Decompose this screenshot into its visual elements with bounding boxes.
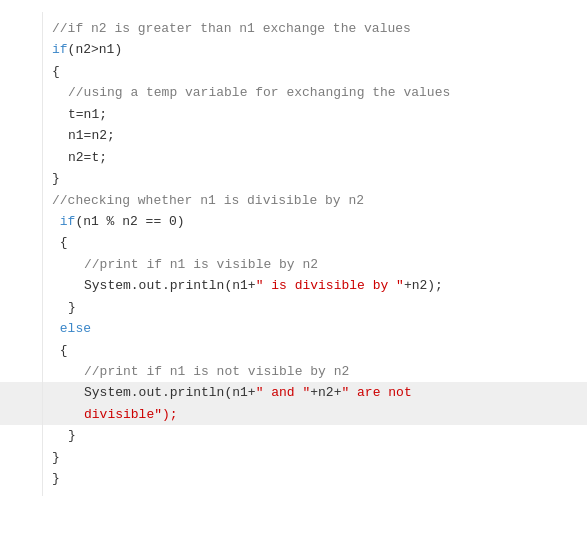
- code-line: }: [52, 447, 575, 468]
- code-line: {: [52, 61, 575, 82]
- code-line: //using a temp variable for exchanging t…: [52, 82, 575, 103]
- code-lines: //if n2 is greater than n1 exchange the …: [52, 18, 575, 490]
- code-line: n1=n2;: [52, 125, 575, 146]
- code-line: {: [52, 340, 575, 361]
- code-line: }: [52, 425, 575, 446]
- code-line: System.out.println(n1+" and "+n2+" are n…: [0, 382, 587, 403]
- code-line: divisible");: [0, 404, 587, 425]
- code-editor: //if n2 is greater than n1 exchange the …: [0, 0, 587, 544]
- code-line: if(n1 % n2 == 0): [52, 211, 575, 232]
- code-line: }: [52, 297, 575, 318]
- code-line: n2=t;: [52, 147, 575, 168]
- code-line: //checking whether n1 is divisible by n2: [52, 190, 575, 211]
- code-line: if(n2>n1): [52, 39, 575, 60]
- code-line: //print if n1 is not visible by n2: [52, 361, 575, 382]
- code-line: {: [52, 232, 575, 253]
- code-line: t=n1;: [52, 104, 575, 125]
- code-line: //print if n1 is visible by n2: [52, 254, 575, 275]
- code-line: }: [52, 468, 575, 489]
- code-line: //if n2 is greater than n1 exchange the …: [52, 18, 575, 39]
- code-line: else: [52, 318, 575, 339]
- code-line: System.out.println(n1+" is divisible by …: [52, 275, 575, 296]
- code-line: }: [52, 168, 575, 189]
